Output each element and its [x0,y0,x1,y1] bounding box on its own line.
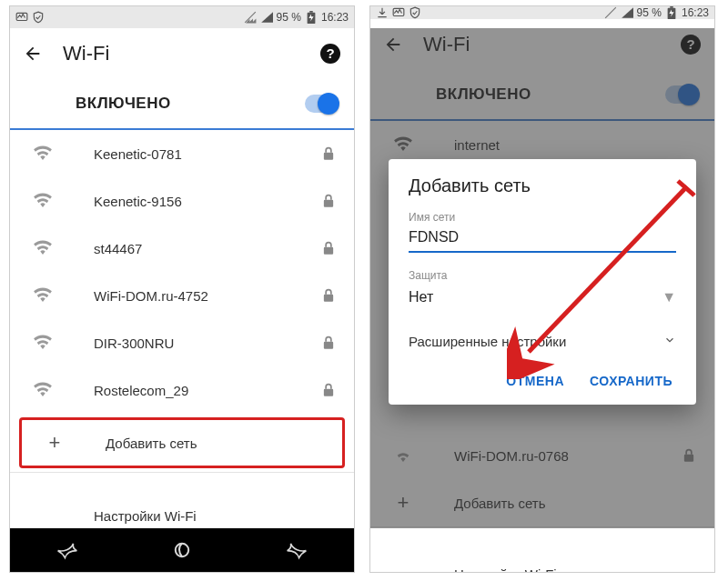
wifi-icon [33,191,53,211]
wifi-icon [33,380,53,400]
nav-back-icon[interactable] [56,540,79,560]
wifi-toggle-switch[interactable] [305,95,338,113]
wifi-network-name: st44467 [94,241,299,256]
cancel-button[interactable]: ОТМЕНА [506,374,564,388]
svg-rect-5 [324,153,333,160]
wifi-network-item[interactable]: st44467 [10,225,354,272]
annotation-highlight-box: + Добавить сеть [19,417,345,468]
svg-rect-7 [324,247,333,255]
wifi-network-list[interactable]: Keenetic-0781 Keenetic-9156 st44467 WiFi… [10,130,354,528]
nav-home-icon[interactable] [171,539,193,561]
svg-text:?: ? [326,45,334,61]
lock-icon [318,241,339,255]
plus-icon: + [49,433,61,453]
dialog-actions: ОТМЕНА СОХРАНИТЬ [409,354,676,396]
wifi-preferences-label: Настройки Wi-Fi [454,566,700,574]
nav-recent-icon[interactable] [285,540,308,560]
status-bar: 95 % 16:23 [370,6,714,19]
network-name-label: Имя сети [409,211,676,224]
status-bar: 95 % 16:23 [10,6,354,28]
wifi-preferences-label: Настройки Wi-Fi [94,508,339,524]
no-sim-icon [244,11,257,24]
wifi-preferences-item[interactable]: Настройки Wi-Fi [370,550,714,573]
wifi-icon [33,144,53,164]
security-select[interactable]: Нет ▼ [409,284,676,316]
battery-charging-icon [665,6,678,19]
signal-icon [260,11,273,24]
signal-icon [621,6,633,19]
help-icon[interactable]: ? [319,43,341,65]
advanced-options-toggle[interactable]: Расширенные настройки [409,328,676,354]
lock-icon [318,288,339,303]
chevron-down-icon [663,334,676,349]
lock-icon [318,383,339,397]
svg-rect-8 [324,295,333,302]
app-bar: Wi-Fi ? [10,28,354,79]
wifi-network-item[interactable]: Keenetic-0781 [10,130,354,177]
dialog-title: Добавить сеть [409,175,676,196]
network-name-input[interactable] [409,225,676,253]
phone-left: 95 % 16:23 Wi-Fi ? ВКЛЮЧЕНО Keenetic-078… [9,5,355,573]
svg-point-11 [176,544,188,556]
wifi-network-name: WiFi-DOM.ru-4752 [94,288,299,304]
wifi-network-name: Rostelecom_29 [94,383,299,398]
back-icon[interactable] [23,44,43,64]
wifi-network-name: Keenetic-0781 [94,146,299,162]
wifi-network-item[interactable]: Rostelecom_29 [10,366,354,414]
battery-charging-icon [305,11,318,24]
shield-icon [409,6,421,19]
wifi-icon [33,285,53,306]
clock: 16:23 [321,11,349,24]
advanced-options-label: Расширенные настройки [409,334,566,349]
svg-rect-10 [324,389,333,396]
wifi-network-name: DIR-300NRU [94,336,299,351]
save-button[interactable]: СОХРАНИТЬ [590,374,672,388]
phone-right: 95 % 16:23 Wi-Fi ? ВКЛЮЧЕНО internet WiF… [369,5,715,573]
activity-icon [392,6,405,19]
wifi-network-item[interactable]: Keenetic-9156 [10,177,354,225]
svg-rect-6 [324,200,333,207]
download-icon [376,6,389,19]
add-network-item[interactable]: + Добавить сеть [22,420,342,466]
battery-percent: 95 % [277,11,301,24]
wifi-master-toggle-row[interactable]: ВКЛЮЧЕНО [10,79,354,130]
wifi-toggle-label: ВКЛЮЧЕНО [76,95,305,113]
lock-icon [318,146,339,161]
add-network-dialog: Добавить сеть Имя сети Защита Нет ▼ Расш… [389,159,696,405]
battery-percent: 95 % [637,6,662,19]
activity-icon [15,11,28,24]
shield-icon [32,11,45,24]
wifi-icon [33,238,53,258]
wifi-network-name: Keenetic-9156 [94,194,299,209]
svg-rect-14 [670,6,673,8]
wifi-icon [33,333,53,353]
svg-rect-9 [324,342,333,349]
page-title: Wi-Fi [63,42,299,65]
system-nav-bar [10,528,354,572]
add-network-label: Добавить сеть [106,436,328,451]
clock: 16:23 [682,6,709,19]
wifi-network-item[interactable]: WiFi-DOM.ru-4752 [10,272,354,319]
no-sim-icon [604,6,617,19]
security-value: Нет [409,289,433,306]
wifi-network-item[interactable]: DIR-300NRU [10,319,354,366]
lock-icon [318,336,339,350]
lock-icon [318,194,339,208]
security-label: Защита [409,269,676,282]
svg-rect-2 [309,11,313,13]
wifi-preferences-item[interactable]: Настройки Wi-Fi [10,496,354,528]
dropdown-caret-icon: ▼ [662,289,676,306]
